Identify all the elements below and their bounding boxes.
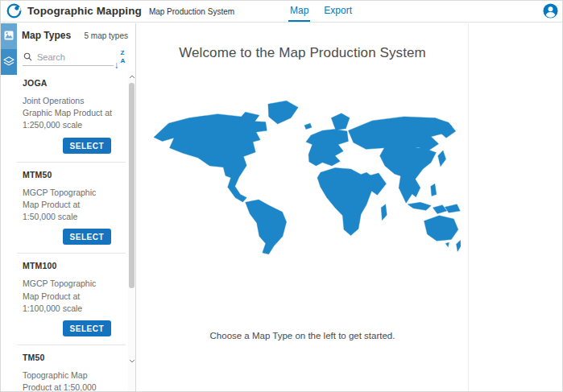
tab-export[interactable]: Export: [322, 0, 354, 22]
app-title: Topographic Mapping: [27, 5, 142, 17]
map-type-item: JOGA Joint Operations Graphic Map Produc…: [17, 71, 128, 162]
map-type-description: MGCP Topographic Map Product at 1:50,000…: [23, 187, 114, 224]
tab-map[interactable]: Map: [288, 0, 310, 22]
user-avatar-button[interactable]: [543, 3, 558, 19]
main-right-divider: [468, 23, 469, 392]
panel-header: Map Types 5 map types: [22, 30, 128, 41]
map-type-name: MTM100: [23, 261, 128, 270]
map-type-item: MTM50 MGCP Topographic Map Product at 1:…: [17, 163, 128, 254]
map-type-name: JOGA: [23, 78, 128, 88]
panel-basemap-button[interactable]: [0, 23, 17, 49]
search-icon: [23, 52, 32, 61]
panel-icon-strip: [0, 23, 17, 75]
search-input[interactable]: [37, 52, 108, 62]
map-type-description: Joint Operations Graphic Map Product at …: [23, 95, 114, 132]
select-button[interactable]: SELECT: [63, 320, 111, 336]
panel-title: Map Types: [22, 30, 71, 41]
map-type-button-row: SELECT: [23, 320, 128, 336]
search-box: [23, 48, 114, 66]
sort-az-button[interactable]: A Z ↓: [111, 48, 126, 66]
map-type-button-row: SELECT: [23, 138, 128, 154]
app-logo-icon: [6, 3, 22, 19]
select-button[interactable]: SELECT: [63, 229, 111, 245]
app-subtitle: Map Production System: [149, 6, 234, 16]
scroll-down-icon[interactable]: [128, 357, 135, 365]
map-type-item: TM50 Topographic Map Product at 1:50,000…: [17, 345, 128, 392]
map-type-description: Topographic Map Product at 1:50,000 scal…: [23, 369, 114, 392]
basemap-icon: [4, 29, 14, 43]
map-type-button-row: SELECT: [23, 229, 128, 245]
header-tabs: Map Export: [288, 0, 354, 23]
map-type-name: TM50: [23, 353, 128, 362]
map-type-description: MGCP Topographic Map Product at 1:100,00…: [23, 278, 114, 315]
select-button[interactable]: SELECT: [63, 138, 111, 154]
main-content: Welcome to the Map Production System: [137, 23, 468, 392]
layers-icon: [3, 55, 14, 69]
map-type-list: JOGA Joint Operations Graphic Map Produc…: [17, 71, 128, 392]
user-icon: [543, 9, 558, 21]
map-type-count: 5 map types: [85, 31, 128, 40]
instruction-text: Choose a Map Type on the left to get sta…: [137, 331, 468, 340]
world-map-image: [145, 97, 461, 257]
map-type-item: MTM100 MGCP Topographic Map Product at 1…: [17, 254, 128, 345]
app-header: Topographic Mapping Map Production Syste…: [0, 0, 563, 23]
scroll-up-icon[interactable]: [128, 72, 135, 80]
map-types-panel: Map Types 5 map types A Z ↓ JOGA Joint O…: [17, 23, 136, 392]
welcome-title: Welcome to the Map Production System: [137, 45, 468, 61]
scrollbar-thumb[interactable]: [129, 83, 135, 288]
sidebar-scrollbar[interactable]: [128, 71, 135, 392]
panel-layers-button[interactable]: [0, 49, 17, 75]
map-type-name: MTM50: [23, 170, 128, 179]
